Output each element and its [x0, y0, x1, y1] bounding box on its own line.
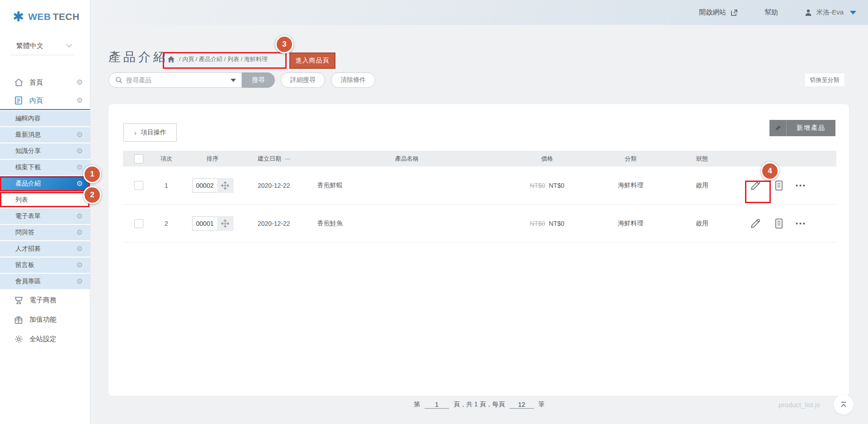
sidebar-item-addons[interactable]: 加值功能 [0, 310, 90, 329]
sidebar-item-members[interactable]: 會員專區 ⚙ [0, 274, 90, 289]
user-icon [804, 9, 812, 17]
gear-icon[interactable]: ⚙ [76, 131, 83, 138]
copy-document-icon[interactable] [772, 217, 786, 230]
header-name: 產品名稱 [317, 155, 496, 163]
row-checkbox[interactable] [134, 181, 143, 190]
price-original: NT$0 [530, 220, 545, 227]
pin-icon[interactable] [769, 120, 787, 136]
scroll-to-top-button[interactable] [834, 395, 854, 414]
sidebar-item-downloads[interactable]: 檔案下載 ⚙ [0, 160, 90, 175]
chevron-down-icon [66, 44, 72, 48]
pagination-prefix: 第 [414, 400, 420, 409]
select-all-checkbox[interactable] [134, 154, 143, 163]
item-actions-label: 項目操作 [141, 129, 166, 137]
table-row: 1 2020-12-22 香煎鮮蝦 NT$0 NT$0 海鮮料理 啟用 [123, 167, 836, 205]
gear-icon[interactable]: ⚙ [76, 148, 83, 155]
detail-search-button[interactable]: 詳細搜尋 [281, 72, 325, 88]
header-date-label: 建立日期 [258, 155, 281, 163]
gear-icon[interactable]: ⚙ [76, 213, 83, 220]
sidebar-item-label: 檔案下載 [15, 163, 41, 172]
search-scope-caret-icon[interactable] [231, 79, 236, 82]
drag-move-icon[interactable] [217, 178, 233, 193]
search-row: 搜尋 詳細搜尋 清除條件 [108, 72, 375, 88]
brand-name: WEBTECH [28, 11, 80, 22]
item-actions-button[interactable]: › 項目操作 [123, 124, 177, 142]
product-table: 項次 排序 建立日期 — 產品名稱 價格 分類 狀態 1 [123, 151, 836, 243]
divider [0, 109, 90, 110]
cell-product-name: 香煎鮮蝦 [317, 181, 496, 190]
breadcrumb[interactable]: / 內頁 / 產品介紹 / 列表 / 海鮮料理 [167, 55, 268, 63]
gear-icon[interactable]: ⚙ [76, 164, 83, 171]
sidebar-item-qa[interactable]: 問與答 ⚙ [0, 225, 90, 240]
more-actions-ellipsis-icon[interactable]: ••• [796, 220, 807, 227]
language-label: 繁體中文 [16, 42, 43, 50]
sidebar-item-label: 電子商務 [29, 296, 57, 305]
sidebar-item-message-board[interactable]: 留言板 ⚙ [0, 257, 90, 273]
header-date[interactable]: 建立日期 — [247, 155, 317, 163]
price-current: NT$0 [549, 220, 564, 227]
sort-order-input[interactable] [192, 216, 217, 231]
cell-price: NT$0 NT$0 [496, 182, 598, 189]
annotation-step-3: 3 [275, 35, 293, 53]
row-checkbox[interactable] [134, 219, 143, 228]
gear-icon[interactable]: ⚙ [76, 278, 83, 285]
gear-icon[interactable]: ⚙ [76, 262, 83, 269]
header-category: 分類 [598, 155, 664, 163]
sidebar-item-label: 全站設定 [29, 335, 57, 343]
gear-icon[interactable]: ⚙ [76, 245, 83, 252]
language-selector[interactable]: 繁體中文 [11, 42, 75, 55]
sidebar-item-label: 留言板 [15, 261, 34, 269]
open-site-link[interactable]: 開啟網站 [699, 8, 738, 17]
cell-index: 1 [155, 182, 178, 189]
copy-document-icon[interactable] [772, 179, 786, 192]
brand-name-primary: WEB [28, 11, 51, 22]
help-link[interactable]: 幫助 [764, 8, 778, 17]
edit-pencil-icon[interactable] [749, 179, 762, 192]
sidebar-item-inner-pages[interactable]: 內頁 ⚙ [0, 91, 90, 110]
sort-indicator[interactable]: — [285, 155, 291, 162]
current-page-input[interactable] [425, 401, 449, 409]
cell-actions: ••• [741, 179, 836, 192]
edit-pencil-icon[interactable] [749, 217, 762, 230]
sidebar-item-knowledge[interactable]: 知識分享 ⚙ [0, 143, 90, 159]
sidebar-item-home[interactable]: 首頁 ⚙ [0, 73, 90, 91]
add-product-button[interactable]: 新增產品 [769, 120, 835, 136]
sort-order-input[interactable] [192, 178, 217, 193]
search-icon [115, 76, 123, 84]
clear-conditions-button[interactable]: 清除條件 [331, 72, 375, 88]
pagination: 第 頁，共 1 頁，每頁 筆 [90, 400, 868, 409]
script-filename-label: product_list.js [778, 401, 820, 409]
chevron-up-bar-icon [840, 401, 848, 408]
gear-icon[interactable]: ⚙ [76, 229, 83, 236]
add-product-label: 新增產品 [787, 120, 835, 136]
sidebar-item-product-list[interactable]: 列表 [0, 192, 90, 208]
sidebar-item-label: 知識分享 [15, 147, 41, 155]
sidebar-item-products[interactable]: 產品介紹 ⚙ [0, 176, 90, 191]
search-input[interactable] [126, 76, 231, 84]
sidebar-item-edit-content[interactable]: 編輯內容 [0, 111, 90, 126]
per-page-input[interactable] [509, 401, 534, 409]
enter-product-page-button[interactable]: 進入商品頁 [289, 52, 335, 69]
search-box[interactable] [108, 72, 242, 88]
gear-icon[interactable]: ⚙ [76, 79, 83, 86]
gear-icon[interactable]: ⚙ [76, 97, 83, 104]
sidebar-sub-nav: 編輯內容 最新消息 ⚙ 知識分享 ⚙ 檔案下載 ⚙ 產品介紹 ⚙ 列表 電子表單… [0, 111, 90, 290]
sidebar-item-eforms[interactable]: 電子表單 ⚙ [0, 209, 90, 224]
more-actions-ellipsis-icon[interactable]: ••• [796, 182, 807, 189]
sidebar-item-recruit[interactable]: 人才招募 ⚙ [0, 241, 90, 257]
switch-to-category-button[interactable]: 切換至分類 [804, 73, 845, 87]
sidebar-bottom-nav: 電子商務 加值功能 全站設定 [0, 291, 90, 349]
brand-name-secondary: TECH [53, 11, 80, 22]
open-site-label: 開啟網站 [699, 8, 726, 17]
gear-icon[interactable]: ⚙ [76, 180, 83, 187]
brand-asterisk-icon: ✱ [13, 10, 24, 24]
sidebar: ✱ WEBTECH 繁體中文 首頁 ⚙ 內頁 ⚙ 編輯內容 最新消息 ⚙ [0, 0, 90, 424]
search-button[interactable]: 搜尋 [242, 72, 275, 88]
drag-move-icon[interactable] [217, 216, 233, 231]
help-label: 幫助 [764, 8, 778, 17]
sidebar-item-ecommerce[interactable]: 電子商務 [0, 291, 90, 310]
sidebar-item-site-settings[interactable]: 全站設定 [0, 329, 90, 349]
cell-status: 啟用 [664, 219, 741, 228]
sidebar-item-news[interactable]: 最新消息 ⚙ [0, 127, 90, 143]
user-menu[interactable]: 米洛-Eva [804, 8, 856, 17]
